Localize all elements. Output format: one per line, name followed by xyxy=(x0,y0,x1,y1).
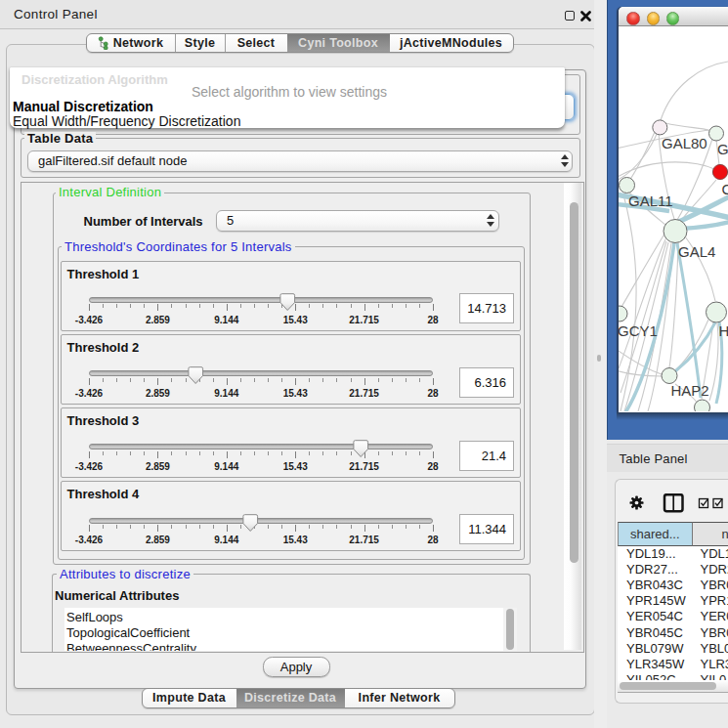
svg-text:GAL80: GAL80 xyxy=(662,135,707,151)
svg-text:GAL3: GAL3 xyxy=(717,141,728,157)
svg-text:GAL11: GAL11 xyxy=(628,193,673,209)
svg-text:GAL4: GAL4 xyxy=(678,243,715,260)
svg-text:H: H xyxy=(719,322,728,339)
svg-text:C: C xyxy=(722,181,728,197)
svg-text:GCY1: GCY1 xyxy=(619,322,658,339)
svg-text:HAP2: HAP2 xyxy=(671,382,709,399)
